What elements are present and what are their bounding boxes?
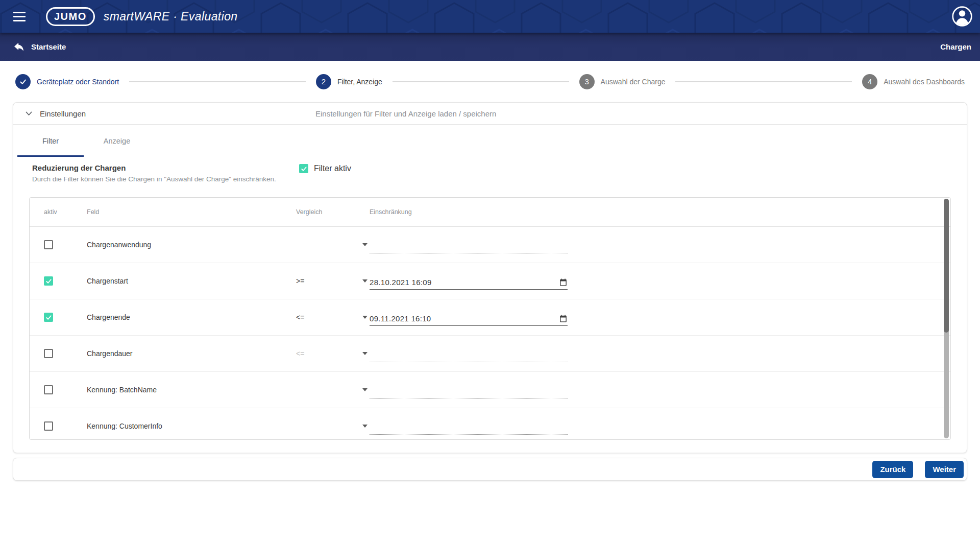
step-2-number: 2 — [316, 74, 331, 89]
step-1-label: Geräteplatz oder Standort — [37, 78, 119, 86]
vergleich-select[interactable]: <= — [296, 313, 368, 321]
row-active-checkbox[interactable] — [44, 421, 53, 431]
datetime-value: 09.11.2021 16:10 — [370, 314, 431, 325]
step-2-label: Filter, Anzeige — [337, 78, 382, 86]
einstellungen-title: Einstellungen — [40, 109, 86, 118]
dropdown-arrow-icon — [362, 388, 368, 391]
field-label: Kennung: BatchName — [87, 386, 157, 394]
section-title: Reduzierung der Chargen — [32, 163, 967, 172]
step-4-label: Auswahl des Dashboards — [884, 78, 965, 86]
einschraenkung-input[interactable] — [370, 417, 568, 435]
breadcrumb-bar: Startseite Chargen — [0, 33, 980, 61]
table-row-chargenende: Chargenende <= 09.11.2021 16:10 — [30, 299, 950, 336]
step-1-check-icon — [15, 74, 31, 89]
row-active-checkbox[interactable] — [44, 313, 53, 322]
step-auswahl-charge[interactable]: 3 Auswahl der Charge — [579, 74, 666, 89]
user-avatar-icon[interactable] — [952, 6, 972, 27]
step-filter-anzeige[interactable]: 2 Filter, Anzeige — [316, 74, 382, 89]
datetime-input[interactable]: 28.10.2021 16:09 — [370, 272, 568, 290]
stepper-connector — [675, 81, 852, 82]
active-tab-indicator — [17, 155, 84, 157]
field-label: Chargenstart — [87, 277, 128, 285]
calendar-icon[interactable] — [559, 278, 568, 289]
einstellungen-header[interactable]: Einstellungen Einstellungen für Filter u… — [13, 103, 967, 125]
row-active-checkbox[interactable] — [44, 385, 53, 394]
table-row-chargenanwendung: Chargenanwendung — [30, 227, 950, 263]
top-navbar: JUMO smartWARE · Evaluation — [0, 0, 980, 33]
datetime-value: 28.10.2021 16:09 — [370, 278, 432, 289]
datetime-input[interactable]: 09.11.2021 16:10 — [370, 309, 568, 326]
jumo-logo-text: JUMO — [54, 11, 87, 22]
table-header: aktiv Feld Vergleich Einschränkung — [30, 198, 950, 227]
col-einschraenkung: Einschränkung — [370, 208, 412, 216]
back-arrow-icon — [13, 41, 24, 53]
vergleich-select[interactable] — [296, 388, 368, 391]
einstellungen-card: Einstellungen Einstellungen für Filter u… — [13, 102, 967, 453]
col-aktiv: aktiv — [44, 208, 57, 216]
row-active-checkbox[interactable] — [44, 276, 53, 286]
zurueck-button[interactable]: Zurück — [872, 461, 913, 478]
filter-aktiv-label: Filter aktiv — [314, 164, 351, 173]
tab-anzeige-label: Anzeige — [104, 137, 130, 145]
stepper-connector — [129, 81, 306, 82]
vergleich-value: <= — [296, 349, 304, 358]
einschraenkung-input[interactable] — [370, 236, 568, 253]
wizard-actions-card: Zurück Weiter — [13, 458, 967, 481]
row-active-checkbox[interactable] — [44, 349, 53, 358]
breadcrumb-label: Startseite — [31, 42, 66, 51]
col-feld: Feld — [87, 208, 99, 216]
dropdown-arrow-icon — [362, 316, 368, 319]
filter-aktiv-checkbox[interactable] — [299, 164, 308, 173]
reduzierung-section: Reduzierung der Chargen Durch die Filter… — [13, 163, 967, 190]
weiter-button[interactable]: Weiter — [925, 461, 964, 478]
hamburger-menu-icon[interactable] — [10, 8, 29, 25]
table-row-kennung-batchname: Kennung: BatchName — [30, 372, 950, 408]
tab-bar: Filter Anzeige — [13, 125, 967, 157]
load-save-settings-link[interactable]: Einstellungen für Filter und Anzeige lad… — [315, 109, 496, 118]
step-3-number: 3 — [579, 74, 595, 89]
vergleich-select[interactable]: <= — [296, 349, 368, 358]
dropdown-arrow-icon — [362, 352, 368, 355]
table-row-chargendauer: Chargendauer <= — [30, 336, 950, 372]
tab-anzeige[interactable]: Anzeige — [84, 125, 150, 157]
step-3-label: Auswahl der Charge — [601, 78, 666, 86]
filter-table: aktiv Feld Vergleich Einschränkung Charg… — [29, 197, 951, 440]
einschraenkung-input[interactable] — [370, 381, 568, 398]
dropdown-arrow-icon — [362, 425, 368, 428]
table-scrollbar-thumb[interactable] — [944, 199, 949, 333]
back-to-home[interactable]: Startseite — [13, 41, 66, 53]
step-auswahl-dashboard[interactable]: 4 Auswahl des Dashboards — [862, 74, 965, 89]
vergleich-select[interactable]: >= — [296, 277, 368, 285]
stepper-connector — [393, 81, 569, 82]
dropdown-arrow-icon — [362, 243, 368, 246]
field-label: Chargendauer — [87, 349, 133, 358]
filter-aktiv-toggle[interactable]: Filter aktiv — [299, 164, 351, 173]
vergleich-value: <= — [296, 313, 304, 321]
dropdown-arrow-icon — [362, 279, 368, 283]
vergleich-select[interactable] — [296, 425, 368, 428]
chevron-down-icon — [26, 111, 32, 116]
row-active-checkbox[interactable] — [44, 240, 53, 249]
field-label: Kennung: CustomerInfo — [87, 422, 162, 430]
field-label: Chargenende — [87, 313, 130, 321]
wizard-stepper: Geräteplatz oder Standort 2 Filter, Anze… — [0, 61, 980, 102]
table-row-chargenstart: Chargenstart >= 28.10.2021 16:09 — [30, 263, 950, 299]
calendar-icon[interactable] — [559, 314, 568, 325]
einschraenkung-input[interactable] — [370, 345, 568, 362]
tab-filter[interactable]: Filter — [17, 125, 84, 157]
app-title: smartWARE · Evaluation — [104, 10, 238, 24]
vergleich-value: >= — [296, 277, 304, 285]
context-title: Chargen — [940, 42, 971, 51]
section-description: Durch die Filter können Sie die Chargen … — [32, 175, 967, 183]
jumo-logo: JUMO — [46, 7, 95, 26]
vergleich-select[interactable] — [296, 243, 368, 246]
step-geraeteplatz[interactable]: Geräteplatz oder Standort — [15, 74, 119, 89]
step-4-number: 4 — [862, 74, 877, 89]
table-row-kennung-customerinfo: Kennung: CustomerInfo — [30, 408, 950, 440]
field-label: Chargenanwendung — [87, 241, 151, 249]
col-vergleich: Vergleich — [296, 208, 322, 216]
tab-filter-label: Filter — [42, 137, 59, 145]
